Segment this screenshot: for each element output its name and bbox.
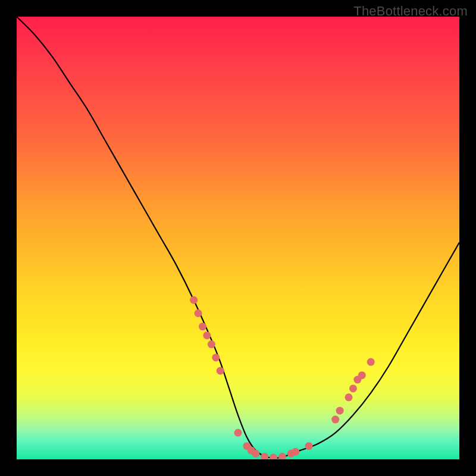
curve-marker (336, 407, 344, 415)
curve-marker (292, 448, 299, 456)
curve-marker (331, 416, 339, 424)
curve-marker (199, 322, 206, 330)
watermark-text: TheBottleneck.com (353, 4, 468, 19)
curve-marker (190, 296, 198, 304)
curve-marker (349, 384, 357, 392)
curve-marker (208, 340, 215, 348)
curve-marker (345, 393, 353, 401)
curve-marker (305, 442, 313, 450)
curve-marker (212, 353, 220, 361)
chart-frame: TheBottleneck.com (0, 0, 476, 476)
curve-path (17, 17, 459, 458)
curve-marker (195, 309, 202, 317)
curve-marker (252, 450, 259, 458)
plot-area (17, 17, 459, 459)
curve-markers (190, 296, 375, 459)
curve-marker (234, 429, 242, 437)
curve-marker (358, 371, 366, 379)
curve-marker (217, 367, 224, 375)
curve-marker (203, 331, 211, 339)
bottleneck-curve (17, 17, 459, 459)
curve-marker (278, 453, 286, 459)
curve-marker (367, 358, 375, 366)
curve-marker (270, 454, 277, 459)
curve-marker (261, 453, 268, 459)
